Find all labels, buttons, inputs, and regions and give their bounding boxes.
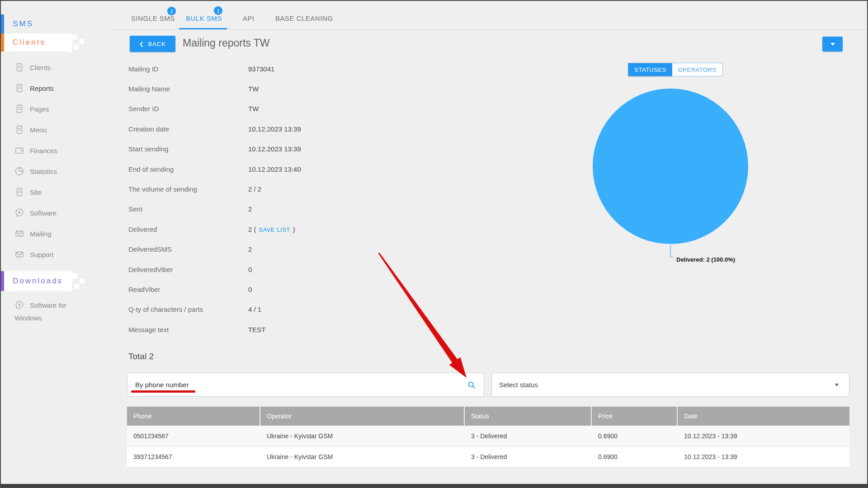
pixel-decoration [72, 35, 77, 40]
table-cell-date: 10.12.2023 - 13:39 [678, 446, 849, 467]
pie-callout-line [670, 245, 671, 258]
sidebar-downloads-menu: Software for Windows [1, 299, 78, 324]
detail-row-deliveredviber: DeliveredViber0 [128, 259, 472, 279]
tab-badge: 2 [167, 7, 176, 15]
sidebar-section-clients[interactable]: Clients [1, 33, 72, 52]
sidebar-item-statistics[interactable]: Statistics [1, 161, 105, 182]
detail-row-q-ty-of-characters-parts: Q-ty of characters / parts4 / 1 [128, 300, 472, 319]
table-header-row: PhoneOperatorStatusPriceDate [127, 407, 849, 426]
header-dropdown-button[interactable] [822, 37, 843, 52]
detail-value: 2 [248, 245, 252, 253]
chart-toggle-statuses[interactable]: STATUSES [628, 63, 672, 76]
sidebar-item-label: Statistics [30, 168, 57, 175]
pixel-decoration [74, 45, 79, 50]
back-button[interactable]: ❮ BACK [130, 36, 175, 52]
detail-label: Message text [128, 326, 248, 333]
save-list-link[interactable]: SAVE LIST [259, 226, 290, 233]
detail-row-mailing-name: Mailing NameTW [128, 79, 472, 99]
chart-toggle-operators[interactable]: OPERATORS [672, 63, 722, 76]
detail-row-delivered: Delivered2 (SAVE LIST) [128, 219, 472, 239]
document-icon [14, 62, 24, 72]
detail-label: Mailing Name [128, 85, 248, 93]
tab-single-sms[interactable]: SINGLE SMS [131, 14, 175, 22]
envelope-icon [14, 229, 24, 239]
pie-icon [14, 166, 24, 176]
sidebar-item-finances[interactable]: Finances [1, 140, 105, 161]
detail-label: Start sending [128, 145, 248, 153]
detail-label: Creation date [128, 125, 248, 133]
detail-value: 10.12.2023 13:39 [248, 145, 301, 153]
sidebar-item-mailing[interactable]: Mailing [1, 223, 105, 244]
status-select-value: Select status [499, 381, 538, 389]
tab-api[interactable]: API [243, 14, 255, 22]
tab-badge: 1 [214, 6, 222, 15]
sidebar-item-software-for-windows[interactable]: Software for Windows [1, 299, 78, 324]
section-accent-bar [1, 33, 4, 52]
sidebar-item-clients[interactable]: Clients [1, 57, 105, 78]
pixel-decoration [67, 47, 72, 52]
table-row[interactable]: 39371234567Ukraine - Kyivstar GSM3 - Del… [127, 446, 849, 467]
detail-row-readviber: ReadViber0 [128, 279, 472, 299]
table-header-status: Status [465, 407, 592, 426]
table-header-date: Date [678, 407, 849, 426]
document-icon [14, 83, 24, 93]
sidebar-menu: ClientsReportsPagesMenuFinancesStatistic… [1, 57, 105, 265]
phone-search-box [127, 373, 484, 397]
table-row[interactable]: 0501234567Ukraine - Kyivstar GSM3 - Deli… [127, 426, 849, 446]
tab-base-cleaning[interactable]: BASE CLEANING [275, 14, 333, 22]
mailing-details: Mailing ID9373041Mailing NameTWSender ID… [128, 59, 472, 339]
sidebar-item-label: Menu [30, 126, 47, 134]
sidebar-section-label: Clients [13, 38, 46, 47]
sidebar-item-label: Clients [30, 64, 51, 71]
sidebar-item-support[interactable]: Support [1, 244, 105, 265]
detail-row-start-sending: Start sending10.12.2023 13:39 [128, 139, 472, 159]
table-cell-phone: 39371234567 [127, 446, 260, 467]
detail-value: 2 [248, 205, 252, 213]
status-select[interactable]: Select status [491, 373, 849, 397]
sidebar-item-reports[interactable]: Reports [1, 78, 105, 99]
detail-label: The volume of sending [128, 185, 248, 193]
window-bottom-bar [1, 484, 867, 487]
sidebar-item-software[interactable]: Software [1, 202, 105, 223]
table-header-operator: Operator [260, 407, 465, 426]
pixel-decoration [74, 284, 79, 289]
pixel-decoration [79, 39, 84, 44]
detail-row-deliveredsms: DeliveredSMS2 [128, 239, 472, 259]
pie-chart [593, 89, 748, 244]
detail-value: 0 [248, 266, 252, 273]
detail-label: Sent [128, 205, 248, 213]
search-icon[interactable] [467, 380, 476, 390]
phone-search-input[interactable] [134, 380, 467, 389]
sidebar-item-label: Reports [30, 84, 54, 92]
document-icon [14, 104, 24, 114]
tab-bulk-sms[interactable]: BULK SMS [186, 14, 222, 22]
sidebar-item-site[interactable]: Site [1, 182, 105, 202]
sidebar-section-sms[interactable]: SMS [1, 14, 87, 33]
tabs-divider [109, 29, 867, 30]
sidebar-section-downloads[interactable]: Downloads [1, 271, 72, 291]
detail-label: ReadViber [128, 286, 248, 293]
sidebar-item-label: Finances [30, 147, 57, 155]
section-accent-bar [1, 14, 4, 33]
detail-row-end-of-sending: End of sending10.12.2023 13:40 [128, 159, 472, 179]
chart-toggle: STATUSESOPERATORS [628, 63, 723, 76]
pixel-decoration [67, 286, 72, 291]
total-count-label: Total 2 [128, 352, 154, 361]
detail-value: 10.12.2023 13:40 [248, 165, 301, 173]
sidebar-section-label: Downloads [13, 277, 63, 286]
report-table: PhoneOperatorStatusPriceDate0501234567Uk… [127, 407, 849, 467]
red-underline-annotation [131, 390, 195, 393]
sidebar-item-menu[interactable]: Menu [1, 119, 105, 140]
back-button-label: BACK [148, 41, 165, 47]
pixel-decoration [72, 273, 77, 278]
sidebar-item-pages[interactable]: Pages [1, 99, 105, 119]
detail-value: TW [248, 85, 259, 93]
detail-label: End of sending [128, 165, 248, 173]
chevron-down-icon [830, 43, 835, 46]
detail-label: Q-ty of characters / parts [128, 305, 248, 313]
table-cell-status: 3 - Delivered [465, 426, 592, 446]
page-title: Mailing reports TW [183, 37, 270, 49]
detail-value: 2 (SAVE LIST) [248, 225, 295, 233]
wallet-icon [14, 145, 24, 155]
detail-label: Delivered [128, 225, 248, 233]
